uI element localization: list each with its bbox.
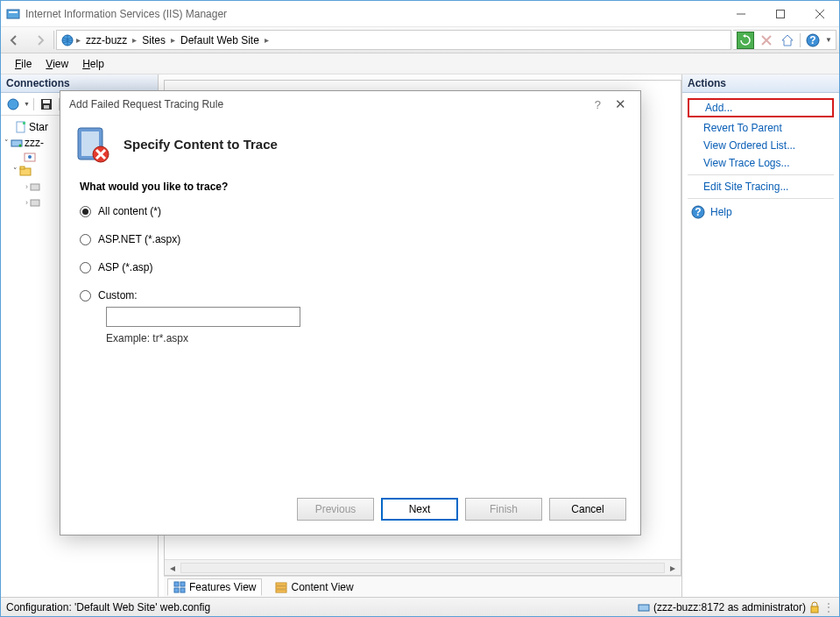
tree-label: zzz- bbox=[25, 135, 44, 151]
globe-icon bbox=[60, 33, 74, 47]
server-icon bbox=[11, 137, 23, 149]
scroll-track[interactable] bbox=[180, 563, 665, 573]
separator bbox=[688, 174, 834, 175]
dialog-title: Add Failed Request Tracing Rule bbox=[69, 98, 223, 110]
radio-aspnet[interactable]: ASP.NET (*.aspx) bbox=[80, 233, 621, 245]
expander-icon[interactable]: › bbox=[25, 195, 28, 210]
svg-rect-1 bbox=[9, 11, 18, 13]
action-add[interactable]: Add... bbox=[688, 98, 834, 117]
radio-asp[interactable]: ASP (*.asp) bbox=[80, 261, 621, 273]
button-label: Next bbox=[409, 503, 431, 515]
view-tabs: Features View Content View bbox=[164, 576, 681, 597]
expander-icon[interactable]: ˅ bbox=[13, 163, 18, 179]
chevron-right-icon: ▸ bbox=[169, 35, 177, 45]
dialog-close-button[interactable]: ✕ bbox=[610, 96, 632, 112]
svg-rect-0 bbox=[7, 10, 19, 18]
nav-row: ▸ zzz-buzz ▸ Sites ▸ Default Web Site ▸ … bbox=[1, 27, 839, 53]
window-title: Internet Information Services (IIS) Mana… bbox=[25, 8, 721, 20]
chevron-right-icon: ▸ bbox=[131, 35, 138, 45]
actions-header: Actions bbox=[682, 74, 839, 93]
custom-pattern-input[interactable] bbox=[106, 307, 300, 327]
statusbar: Configuration: 'Default Web Site' web.co… bbox=[1, 597, 839, 616]
stop-icon[interactable] bbox=[758, 32, 775, 49]
refresh-icon[interactable] bbox=[737, 32, 754, 49]
actions-list: Add... Revert To Parent View Ordered Lis… bbox=[682, 93, 839, 226]
minimize-button[interactable] bbox=[721, 1, 760, 26]
status-left: Configuration: 'Default Web Site' web.co… bbox=[6, 601, 210, 613]
action-help[interactable]: ? Help bbox=[682, 202, 839, 223]
features-icon bbox=[173, 581, 186, 593]
breadcrumb-root[interactable]: zzz-buzz bbox=[82, 34, 131, 46]
button-label: Previous bbox=[315, 503, 356, 515]
help-icon[interactable]: ? bbox=[804, 32, 822, 49]
radio-icon bbox=[80, 234, 91, 245]
action-ordered[interactable]: View Ordered List... bbox=[682, 137, 839, 154]
previous-button: Previous bbox=[297, 498, 374, 521]
svg-rect-29 bbox=[180, 588, 185, 592]
server-icon bbox=[638, 601, 650, 613]
status-right: (zzz-buzz:8172 as administrator) bbox=[653, 601, 806, 613]
menu-file[interactable]: File bbox=[8, 56, 39, 72]
apppool-icon bbox=[24, 151, 36, 163]
save-icon[interactable] bbox=[38, 96, 55, 113]
radio-all-content[interactable]: All content (*) bbox=[80, 205, 621, 217]
chevron-right-icon: ▸ bbox=[263, 35, 271, 45]
page-icon bbox=[15, 121, 27, 133]
dialog-body: What would you like to trace? All conten… bbox=[60, 175, 640, 487]
action-logs[interactable]: View Trace Logs... bbox=[682, 154, 839, 172]
tab-features-view[interactable]: Features View bbox=[167, 578, 262, 596]
chevron-right-icon: ▸ bbox=[74, 35, 82, 45]
cancel-button[interactable]: Cancel bbox=[549, 498, 626, 521]
action-label: Add... bbox=[705, 102, 732, 114]
scroll-right-icon[interactable]: ▸ bbox=[665, 562, 681, 574]
expander-icon[interactable]: ˅ bbox=[4, 135, 9, 151]
home-icon[interactable] bbox=[779, 32, 796, 49]
titlebar: Internet Information Services (IIS) Mana… bbox=[1, 1, 839, 27]
tab-label: Features View bbox=[189, 581, 256, 593]
menubar: File View Help bbox=[1, 53, 839, 74]
svg-rect-23 bbox=[20, 167, 25, 169]
folder-icon bbox=[30, 181, 40, 192]
breadcrumb-mid[interactable]: Sites bbox=[138, 34, 169, 46]
action-edit-site[interactable]: Edit Site Tracing... bbox=[682, 178, 839, 195]
tree-label: Star bbox=[29, 119, 48, 135]
forward-button[interactable] bbox=[27, 27, 53, 53]
action-revert[interactable]: Revert To Parent bbox=[682, 119, 839, 137]
actions-panel: Actions Add... Revert To Parent View Ord… bbox=[681, 74, 839, 597]
svg-text:?: ? bbox=[695, 206, 701, 218]
back-button[interactable] bbox=[1, 27, 27, 53]
tab-label: Content View bbox=[291, 581, 353, 593]
maximize-button[interactable] bbox=[760, 1, 800, 26]
scroll-left-icon[interactable]: ◂ bbox=[165, 562, 180, 574]
svg-rect-27 bbox=[180, 582, 185, 586]
connect-icon[interactable] bbox=[4, 96, 22, 113]
app-icon bbox=[6, 7, 20, 21]
dialog-help-button[interactable]: ? bbox=[586, 98, 610, 111]
dialog-heading: Specify Content to Trace bbox=[124, 137, 278, 152]
help-icon: ? bbox=[691, 205, 705, 219]
svg-rect-32 bbox=[276, 590, 286, 592]
breadcrumb[interactable]: ▸ zzz-buzz ▸ Sites ▸ Default Web Site ▸ bbox=[56, 30, 731, 50]
dialog-titlebar: Add Failed Request Tracing Rule ? ✕ bbox=[60, 91, 640, 117]
radio-custom[interactable]: Custom: bbox=[80, 289, 621, 301]
svg-rect-14 bbox=[44, 105, 49, 109]
grip-icon: ⋮ bbox=[823, 601, 834, 613]
radio-icon bbox=[80, 262, 91, 273]
chevron-down-icon[interactable]: ▼ bbox=[24, 101, 30, 107]
close-button[interactable] bbox=[800, 1, 839, 26]
divider bbox=[800, 33, 801, 47]
svg-rect-3 bbox=[776, 10, 784, 18]
content-icon bbox=[275, 581, 287, 593]
example-text: Example: tr*.aspx bbox=[106, 332, 621, 344]
menu-view[interactable]: View bbox=[39, 56, 75, 72]
horizontal-scrollbar[interactable]: ◂ ▸ bbox=[165, 559, 681, 575]
button-label: Finish bbox=[490, 503, 518, 515]
tab-content-view[interactable]: Content View bbox=[269, 578, 359, 596]
menu-help[interactable]: Help bbox=[75, 56, 111, 72]
expander-icon[interactable]: › bbox=[25, 179, 28, 195]
svg-rect-24 bbox=[31, 184, 39, 190]
next-button[interactable]: Next bbox=[381, 498, 458, 521]
radio-label: ASP.NET (*.aspx) bbox=[98, 233, 180, 245]
chevron-down-icon[interactable]: ▼ bbox=[825, 36, 832, 44]
breadcrumb-leaf[interactable]: Default Web Site bbox=[177, 34, 263, 46]
